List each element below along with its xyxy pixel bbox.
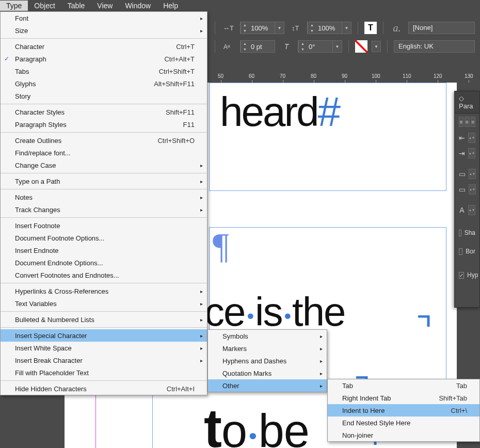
vertical-scale-field[interactable]: ▲▼ ▼ (307, 22, 351, 34)
type-menu-dropdown: FontSizeCharacterCtrl+T✓ParagraphCtrl+Al… (0, 11, 207, 395)
menu-type[interactable]: Type (0, 1, 28, 11)
dropdown-icon[interactable]: ▼ (332, 41, 342, 52)
type-menu-item[interactable]: Type on a Path (1, 175, 207, 187)
type-menu-item[interactable]: Insert Footnote (1, 219, 207, 232)
menu-item-shortcut: Shift+F11 (153, 108, 195, 116)
menu-item-label: Quotation Marks (222, 370, 271, 377)
type-menu-item[interactable]: Insert White Space (1, 342, 207, 354)
menu-window[interactable]: Window (119, 1, 157, 11)
menu-item-label: Story (15, 92, 30, 100)
menu-object[interactable]: Object (28, 1, 61, 11)
type-menu-item[interactable]: Notes (1, 191, 207, 203)
stroke-dropdown[interactable]: ▼ (372, 41, 381, 52)
text-frame[interactable]: to•be (204, 397, 309, 448)
drop-cap-lines-field[interactable]: ▲▼ (468, 205, 475, 215)
language-dropdown[interactable]: English: UK (394, 40, 475, 53)
skew-field[interactable]: ▲▼ ▼ (298, 40, 342, 53)
align-right-button[interactable]: ≡ (471, 117, 475, 127)
horizontal-scale-input[interactable] (249, 22, 275, 34)
paragraph-panel[interactable]: ◇ Para ≡ ≡ ≡ ⇤▲▼ ⇥▲▼ ▭▲▼ ▭▲▼ A▲▼ Sha Bor… (454, 91, 480, 308)
stroke-swatch[interactable] (355, 40, 367, 53)
menu-separator (1, 311, 207, 312)
align-center-button[interactable]: ≡ (465, 117, 469, 127)
type-menu-item[interactable]: Paragraph StylesF11 (1, 118, 207, 131)
soft-return-icon (417, 315, 430, 329)
other-menu-item[interactable]: Indent to HereCtrl+\ (328, 404, 479, 417)
special-char-menu-item[interactable]: Other (208, 379, 327, 392)
type-menu-item[interactable]: Change Case (1, 159, 207, 171)
type-menu-item[interactable]: Font (1, 12, 207, 24)
type-menu-item[interactable]: Insert Special Character (1, 329, 207, 342)
type-menu-item[interactable]: Character StylesShift+F11 (1, 106, 207, 118)
type-menu-item[interactable]: Find/replace font... (1, 147, 207, 159)
separator (387, 40, 388, 53)
type-menu-item[interactable]: Document Endnote Options... (1, 257, 207, 269)
fill-swatch[interactable]: T (364, 22, 377, 34)
border-checkbox[interactable]: Bor (455, 246, 479, 257)
other-menu-item[interactable]: End Nested Style Here (328, 417, 479, 429)
baseline-shift-input[interactable] (249, 41, 275, 52)
other-menu-item[interactable]: Right Indent TabShift+Tab (328, 392, 479, 404)
shading-checkbox[interactable]: Sha (455, 227, 479, 238)
type-menu-item[interactable]: Bulleted & Numbered Lists (1, 313, 207, 326)
type-menu-item[interactable]: Track Changes (1, 203, 207, 216)
menu-item-label: Document Footnote Options... (15, 234, 104, 242)
space-after-field[interactable]: ▲▼ (469, 184, 476, 195)
pilcrow-icon: ¶ (213, 226, 229, 267)
type-menu-item[interactable]: TabsCtrl+Shift+T (1, 65, 207, 77)
ruler-tick: 110 (403, 73, 411, 79)
menu-item-label: Character Styles (15, 108, 65, 116)
type-menu-item[interactable]: CharacterCtrl+T (1, 40, 207, 53)
baseline-shift-field[interactable]: ▲▼ (240, 40, 275, 53)
type-menu-item[interactable]: Document Footnote Options... (1, 232, 207, 244)
type-menu-item[interactable]: Insert Endnote (1, 244, 207, 257)
dropdown-icon[interactable]: ▼ (342, 22, 351, 34)
text-frame[interactable]: heard# (209, 83, 446, 191)
type-menu-item[interactable]: Hide Hidden CharactersCtrl+Alt+I (1, 382, 207, 395)
dropdown-icon[interactable]: ▼ (275, 22, 284, 34)
other-menu-item[interactable]: TabTab (328, 379, 479, 392)
menu-table[interactable]: Table (61, 1, 91, 11)
hyphenate-checkbox[interactable]: ✓Hyp (455, 269, 479, 281)
horizontal-scale-field[interactable]: ▲▼ ▼ (240, 22, 284, 34)
type-menu-item[interactable]: ✓ParagraphCtrl+Alt+T (1, 53, 207, 65)
special-char-menu-item[interactable]: Markers (208, 342, 327, 355)
menu-separator (1, 217, 207, 218)
type-menu-item[interactable]: Convert Footnotes and Endnotes... (1, 269, 207, 281)
menu-help[interactable]: Help (157, 1, 184, 11)
ruler-tick: 60 (249, 73, 254, 79)
skew-input[interactable] (307, 41, 332, 52)
type-menu-item[interactable]: Fill with Placeholder Text (1, 366, 207, 379)
character-style-icon: a. (390, 22, 404, 34)
type-menu-item[interactable]: Hyperlinks & Cross-References (1, 285, 207, 297)
frame-text: o (221, 405, 247, 448)
left-indent-field[interactable]: ▲▼ (468, 133, 475, 143)
character-style-dropdown[interactable]: [None] (408, 22, 475, 34)
menu-item-label: Notes (15, 194, 33, 201)
menu-item-label: Markers (222, 345, 247, 353)
menu-view[interactable]: View (91, 1, 119, 11)
first-line-indent-field[interactable]: ▲▼ (468, 148, 475, 158)
ruler-tick: 80 (311, 73, 316, 79)
special-char-menu-item[interactable]: Symbols (208, 330, 327, 342)
drop-cap-lines-icon: A (459, 204, 465, 216)
space-before-field[interactable]: ▲▼ (469, 169, 476, 179)
type-menu-item[interactable]: Text Variables (1, 297, 207, 310)
type-menu-item[interactable]: Create OutlinesCtrl+Shift+O (1, 134, 207, 147)
align-left-button[interactable]: ≡ (459, 117, 463, 127)
type-menu-item[interactable]: Insert Break Character (1, 354, 207, 366)
menu-separator (1, 327, 207, 328)
type-menu-item[interactable]: Size (1, 24, 207, 37)
menu-item-label: Tab (342, 382, 353, 390)
menu-item-label: Font (15, 14, 28, 22)
horizontal-ruler[interactable]: 50 60 70 80 90 100 110 120 130 (207, 72, 480, 83)
ruler-tick: 50 (218, 73, 223, 79)
vertical-scale-input[interactable] (316, 22, 342, 34)
other-submenu: TabTabRight Indent TabShift+TabIndent to… (327, 379, 480, 442)
special-char-menu-item[interactable]: Quotation Marks (208, 367, 327, 379)
type-menu-item[interactable]: Story (1, 90, 207, 102)
panel-tab-paragraph[interactable]: ◇ Para (455, 91, 479, 114)
special-char-menu-item[interactable]: Hyphens and Dashes (208, 355, 327, 367)
other-menu-item[interactable]: Non-joiner (328, 429, 479, 441)
type-menu-item[interactable]: GlyphsAlt+Shift+F11 (1, 77, 207, 90)
